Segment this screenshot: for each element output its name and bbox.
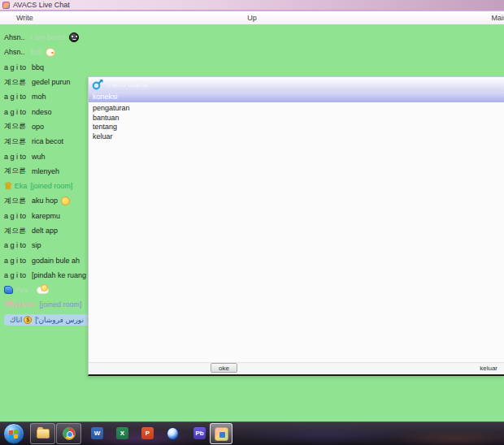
message-nick: a g i to — [4, 108, 26, 116]
menu-item-bantuan[interactable]: bantuan — [89, 114, 504, 123]
word-icon: W — [91, 427, 103, 439]
main-menu-dialog: menu utama koneksi pengaturan bantuan te… — [88, 76, 504, 376]
message-text: [pindah ke ruang 1r — [32, 271, 95, 279]
dialog-menu-list: pengaturan bantuan tentang keluar — [89, 102, 504, 141]
dialog-title: menu utama — [107, 80, 148, 89]
taskbar-media-button[interactable] — [167, 427, 179, 439]
message-nick: a g i to — [4, 212, 26, 220]
message-nick: a g i to — [4, 257, 26, 265]
avacs-logo-icon — [92, 79, 103, 90]
dark-smiley-icon — [69, 32, 79, 42]
media-sphere-icon — [167, 427, 179, 440]
avacs-chat-icon — [215, 427, 228, 441]
message-nick: a g i to — [4, 93, 26, 101]
message-text: sip — [32, 241, 41, 249]
message-text-arabic: اناك — [10, 316, 22, 324]
message-text: aku hop — [32, 197, 58, 205]
taskbar-chrome-button[interactable] — [56, 423, 81, 444]
message-text: opo — [32, 123, 44, 131]
message-text: gedel purun — [32, 78, 71, 86]
message-nick: a g i to — [4, 241, 26, 249]
crown-icon: ♛ — [4, 181, 13, 191]
message-nick: Ahsn.. — [4, 33, 25, 41]
message-text: ndeso — [32, 108, 52, 116]
windows-flag-icon — [9, 430, 19, 439]
oke-button[interactable]: oke — [211, 363, 237, 373]
chat-message[interactable]: a g i to bbq — [4, 60, 504, 75]
dialog-header: menu utama — [89, 77, 504, 92]
message-text: moh — [32, 93, 46, 101]
joined-room-status: [joined room] — [30, 182, 72, 190]
dollar-coin-icon: $ — [24, 316, 32, 324]
message-text: Brb — [31, 48, 42, 56]
message-text: wuh — [32, 153, 46, 161]
message-text-arabic: نورس فروشان'] — [35, 316, 84, 324]
menu-item-tentang[interactable]: tentang — [89, 123, 504, 132]
message-nick: 계으른 — [4, 136, 26, 147]
windows-taskbar: W X P Pb — [0, 421, 504, 445]
app-icon — [2, 2, 10, 9]
keluar-button[interactable]: keluar — [480, 365, 497, 372]
message-nick: a g i to — [4, 271, 26, 279]
menu-item-koneksi-selected[interactable]: koneksi — [89, 92, 504, 102]
avacs-live-chat-window: AVACS Live Chat Write Up Main Ahsn.. I a… — [0, 0, 504, 445]
message-nick: Pee`: — [15, 286, 33, 294]
message-text: karepmu — [32, 212, 60, 220]
excel-icon: X — [116, 427, 128, 439]
joined-room-status: [joined room] — [40, 300, 82, 309]
message-nick: a g i to — [4, 63, 26, 71]
menu-write[interactable]: Write — [16, 14, 33, 22]
message-text: rica becot — [32, 137, 63, 145]
taskbar-word-button[interactable]: W — [91, 427, 103, 439]
thumbs-up-icon — [4, 286, 13, 294]
message-nick: 계으른 — [4, 166, 26, 176]
chat-message[interactable]: Ahsn.. I am bored — [4, 30, 504, 45]
taskbar-powerpoint-button[interactable]: P — [141, 427, 154, 439]
message-nick: 계으른 — [4, 121, 26, 132]
folder-icon — [37, 429, 50, 439]
message-text: bbq — [32, 63, 44, 71]
taskbar-publisher-button[interactable]: Pb — [193, 427, 206, 439]
chrome-icon — [63, 427, 76, 440]
menu-main[interactable]: Main — [491, 14, 504, 22]
message-nick: 계으른 — [4, 77, 26, 88]
powerpoint-icon: P — [141, 427, 154, 439]
window-titlebar: AVACS Live Chat — [0, 0, 504, 11]
taskbar-avacs-active-button[interactable] — [210, 423, 232, 444]
taskbar-excel-button[interactable]: X — [116, 427, 128, 439]
chat-message[interactable]: Ahsn.. Brb — [4, 45, 504, 59]
message-text: godain bule ah — [32, 257, 80, 265]
message-text: delt app — [32, 227, 58, 235]
message-text: mlenyeh — [32, 167, 59, 175]
publisher-icon: Pb — [193, 427, 206, 439]
taskbar-file-explorer-button[interactable] — [30, 423, 55, 444]
menu-item-keluar[interactable]: keluar — [89, 132, 504, 142]
chick-icon — [61, 197, 70, 205]
message-nick: Eka — [15, 182, 28, 190]
message-nick: PEyMAN` — [4, 300, 37, 309]
message-nick: a g i to — [4, 153, 26, 161]
duck-icon — [46, 48, 55, 57]
start-button[interactable] — [3, 423, 24, 444]
menu-up[interactable]: Up — [247, 14, 257, 22]
menu-bar: Write Up Main — [0, 11, 504, 24]
message-nick: 계으른 — [4, 226, 26, 236]
message-nick: 계으른 — [4, 196, 26, 206]
window-title: AVACS Live Chat — [13, 1, 70, 9]
message-nick: Ahsn.. — [4, 48, 25, 56]
hatching-chick-icon — [37, 287, 49, 294]
menu-item-pengaturan[interactable]: pengaturan — [89, 104, 504, 114]
message-text: I am bored — [31, 33, 66, 41]
dialog-footer: oke keluar — [89, 362, 504, 374]
